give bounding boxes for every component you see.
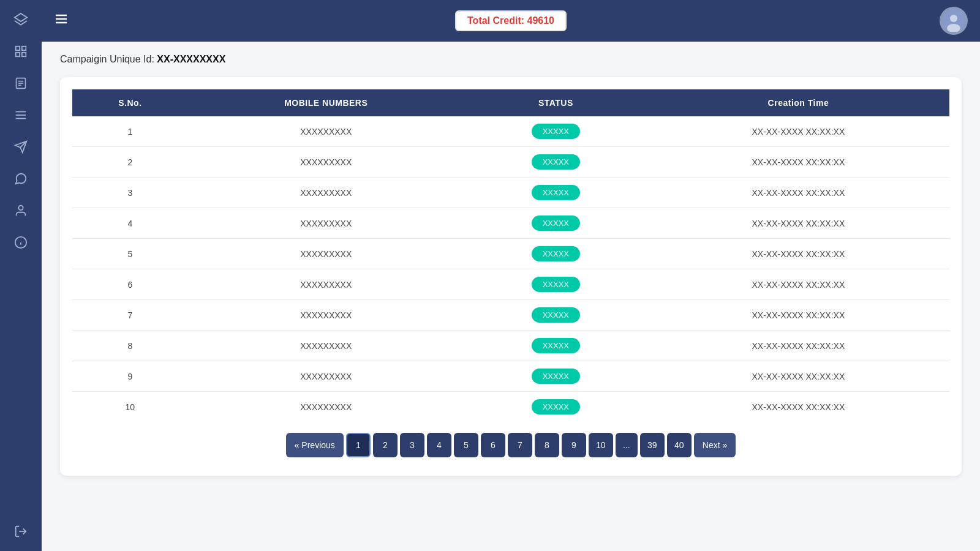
page-button-39[interactable]: 39: [640, 433, 665, 457]
campaign-id-section: Campaigin Unique Id: XX-XXXXXXXX: [60, 54, 962, 65]
cell-status: XXXXX: [464, 178, 647, 208]
cell-time: XX-XX-XXXX XX:XX:XX: [647, 392, 949, 422]
cell-time: XX-XX-XXXX XX:XX:XX: [647, 208, 949, 239]
page-button-9[interactable]: 9: [562, 433, 586, 457]
cell-sno: 9: [72, 361, 188, 392]
table-row: 5XXXXXXXXXXXXXXXX-XX-XXXX XX:XX:XX: [72, 239, 949, 269]
status-badge: XXXXX: [532, 338, 580, 353]
table-row: 8XXXXXXXXXXXXXXXX-XX-XXXX XX:XX:XX: [72, 331, 949, 361]
cell-sno: 4: [72, 208, 188, 239]
cell-status: XXXXX: [464, 300, 647, 331]
whatsapp-icon[interactable]: [7, 165, 34, 192]
cell-mobile: XXXXXXXXX: [188, 178, 464, 208]
cell-sno: 8: [72, 331, 188, 361]
menu-icon[interactable]: [54, 12, 69, 30]
status-badge: XXXXX: [532, 369, 580, 384]
page-button-7[interactable]: 7: [508, 433, 532, 457]
campaign-id-value: XX-XXXXXXXX: [157, 54, 225, 64]
table-row: 3XXXXXXXXXXXXXXXX-XX-XXXX XX:XX:XX: [72, 178, 949, 208]
svg-point-14: [18, 206, 23, 210]
cell-status: XXXXX: [464, 361, 647, 392]
document-icon[interactable]: [7, 70, 34, 97]
prev-page-button[interactable]: « Previous: [286, 433, 344, 457]
status-badge: XXXXX: [532, 124, 580, 139]
grid-icon[interactable]: [7, 38, 34, 65]
table-row: 6XXXXXXXXXXXXXXXX-XX-XXXX XX:XX:XX: [72, 269, 949, 300]
page-button-5[interactable]: 5: [454, 433, 478, 457]
svg-rect-1: [16, 47, 20, 50]
cell-status: XXXXX: [464, 208, 647, 239]
table-row: 1XXXXXXXXXXXXXXXX-XX-XXXX XX:XX:XX: [72, 116, 949, 147]
cell-time: XX-XX-XXXX XX:XX:XX: [647, 239, 949, 269]
svg-rect-2: [22, 47, 26, 50]
page-button-6[interactable]: 6: [481, 433, 505, 457]
col-mobile: MOBILE NUMBERS: [188, 89, 464, 116]
list-icon[interactable]: [7, 102, 34, 129]
cell-mobile: XXXXXXXXX: [188, 300, 464, 331]
status-badge: XXXXX: [532, 307, 580, 323]
logout-icon[interactable]: [7, 518, 34, 545]
cell-time: XX-XX-XXXX XX:XX:XX: [647, 300, 949, 331]
cell-mobile: XXXXXXXXX: [188, 116, 464, 147]
cell-status: XXXXX: [464, 116, 647, 147]
page-button-3[interactable]: 3: [400, 433, 424, 457]
status-badge: XXXXX: [532, 399, 580, 414]
cell-status: XXXXX: [464, 392, 647, 422]
cell-mobile: XXXXXXXXX: [188, 269, 464, 300]
cell-mobile: XXXXXXXXX: [188, 392, 464, 422]
cell-sno: 2: [72, 147, 188, 178]
status-badge: XXXXX: [532, 185, 580, 200]
col-creation-time: Creation Time: [647, 89, 949, 116]
avatar[interactable]: [940, 7, 968, 35]
cell-time: XX-XX-XXXX XX:XX:XX: [647, 116, 949, 147]
pagination: « Previous12345678910...3940Next »: [72, 422, 949, 463]
cell-time: XX-XX-XXXX XX:XX:XX: [647, 269, 949, 300]
cell-sno: 10: [72, 392, 188, 422]
data-table: S.No. MOBILE NUMBERS STATUS Creation Tim…: [72, 89, 949, 422]
table-header-row: S.No. MOBILE NUMBERS STATUS Creation Tim…: [72, 89, 949, 116]
page-button-4[interactable]: 4: [427, 433, 451, 457]
credit-display: Total Credit: 49610: [455, 10, 567, 31]
cell-mobile: XXXXXXXXX: [188, 208, 464, 239]
cell-sno: 7: [72, 300, 188, 331]
col-sno: S.No.: [72, 89, 188, 116]
layers-icon[interactable]: [7, 6, 34, 33]
pagination-ellipsis: ...: [616, 433, 638, 457]
cell-status: XXXXX: [464, 269, 647, 300]
send-icon[interactable]: [7, 133, 34, 160]
table-row: 2XXXXXXXXXXXXXXXX-XX-XXXX XX:XX:XX: [72, 147, 949, 178]
cell-mobile: XXXXXXXXX: [188, 331, 464, 361]
main-area: Total Credit: 49610 Campaigin Unique Id:…: [42, 0, 980, 551]
cell-mobile: XXXXXXXXX: [188, 147, 464, 178]
cell-status: XXXXX: [464, 331, 647, 361]
next-page-button[interactable]: Next »: [694, 433, 736, 457]
table-row: 7XXXXXXXXXXXXXXXX-XX-XXXX XX:XX:XX: [72, 300, 949, 331]
info-icon[interactable]: [7, 229, 34, 256]
page-button-8[interactable]: 8: [535, 433, 559, 457]
page-button-2[interactable]: 2: [373, 433, 398, 457]
cell-time: XX-XX-XXXX XX:XX:XX: [647, 178, 949, 208]
svg-rect-3: [16, 53, 20, 56]
cell-sno: 1: [72, 116, 188, 147]
col-status: STATUS: [464, 89, 647, 116]
cell-mobile: XXXXXXXXX: [188, 361, 464, 392]
table-row: 10XXXXXXXXXXXXXXXX-XX-XXXX XX:XX:XX: [72, 392, 949, 422]
svg-marker-0: [15, 13, 27, 21]
page-button-1[interactable]: 1: [346, 433, 371, 457]
page-button-40[interactable]: 40: [667, 433, 692, 457]
cell-sno: 6: [72, 269, 188, 300]
content-area: Campaigin Unique Id: XX-XXXXXXXX S.No. M…: [42, 42, 980, 551]
user-icon[interactable]: [7, 197, 34, 224]
svg-rect-4: [22, 53, 26, 56]
cell-sno: 5: [72, 239, 188, 269]
page-button-10[interactable]: 10: [589, 433, 613, 457]
table-container: S.No. MOBILE NUMBERS STATUS Creation Tim…: [60, 77, 962, 476]
status-badge: XXXXX: [532, 216, 580, 231]
cell-sno: 3: [72, 178, 188, 208]
cell-time: XX-XX-XXXX XX:XX:XX: [647, 361, 949, 392]
status-badge: XXXXX: [532, 246, 580, 261]
header: Total Credit: 49610: [42, 0, 980, 42]
cell-mobile: XXXXXXXXX: [188, 239, 464, 269]
table-row: 4XXXXXXXXXXXXXXXX-XX-XXXX XX:XX:XX: [72, 208, 949, 239]
status-badge: XXXXX: [532, 277, 580, 292]
